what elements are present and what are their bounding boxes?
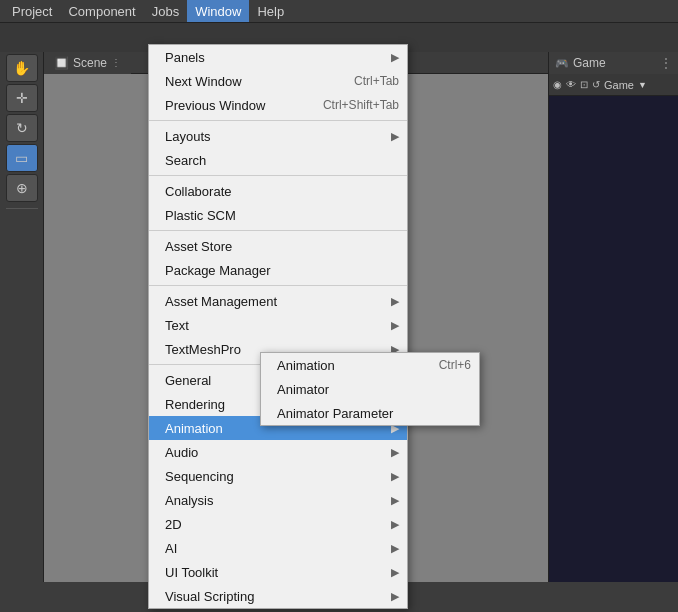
2d-arrow: ▶ (391, 518, 399, 531)
layouts-arrow: ▶ (391, 130, 399, 143)
menu-item-collaborate[interactable]: Collaborate (149, 179, 407, 203)
menu-item-ai[interactable]: AI ▶ (149, 536, 407, 560)
menu-item-asset-management[interactable]: Asset Management ▶ (149, 289, 407, 313)
text-arrow: ▶ (391, 319, 399, 332)
submenu-animator-label: Animator (277, 382, 329, 397)
menu-item-text[interactable]: Text ▶ (149, 313, 407, 337)
menu-item-next-window[interactable]: Next Window Ctrl+Tab (149, 69, 407, 93)
menu-jobs[interactable]: Jobs (144, 0, 187, 22)
search-label: Search (165, 153, 206, 168)
window-dropdown: Panels ▶ Next Window Ctrl+Tab Previous W… (148, 44, 408, 609)
sep-4 (149, 285, 407, 286)
text-label: Text (165, 318, 189, 333)
menu-item-search[interactable]: Search (149, 148, 407, 172)
menu-item-visual-scripting[interactable]: Visual Scripting ▶ (149, 584, 407, 608)
menu-window[interactable]: Window (187, 0, 249, 22)
sequencing-label: Sequencing (165, 469, 234, 484)
2d-label: 2D (165, 517, 182, 532)
audio-label: Audio (165, 445, 198, 460)
dropdown-overlay[interactable]: Panels ▶ Next Window Ctrl+Tab Previous W… (0, 22, 678, 612)
menu-item-asset-store[interactable]: Asset Store (149, 234, 407, 258)
package-manager-label: Package Manager (165, 263, 271, 278)
next-window-label: Next Window (165, 74, 242, 89)
animation-submenu: Animation Ctrl+6 Animator Animator Param… (260, 352, 480, 426)
asset-store-label: Asset Store (165, 239, 232, 254)
menu-item-analysis[interactable]: Analysis ▶ (149, 488, 407, 512)
analysis-label: Analysis (165, 493, 213, 508)
prev-window-label: Previous Window (165, 98, 265, 113)
ai-label: AI (165, 541, 177, 556)
menu-project[interactable]: Project (4, 0, 60, 22)
panels-arrow: ▶ (391, 51, 399, 64)
prev-window-shortcut: Ctrl+Shift+Tab (323, 98, 399, 112)
menu-item-audio[interactable]: Audio ▶ (149, 440, 407, 464)
visual-scripting-arrow: ▶ (391, 590, 399, 603)
menu-help[interactable]: Help (249, 0, 292, 22)
submenu-animation-shortcut: Ctrl+6 (439, 358, 471, 372)
plastic-scm-label: Plastic SCM (165, 208, 236, 223)
menu-item-ui-toolkit[interactable]: UI Toolkit ▶ (149, 560, 407, 584)
collaborate-label: Collaborate (165, 184, 232, 199)
submenu-animator[interactable]: Animator (261, 377, 479, 401)
sep-3 (149, 230, 407, 231)
asset-management-arrow: ▶ (391, 295, 399, 308)
menu-item-2d[interactable]: 2D ▶ (149, 512, 407, 536)
ui-toolkit-label: UI Toolkit (165, 565, 218, 580)
sequencing-arrow: ▶ (391, 470, 399, 483)
textmeshpro-label: TextMeshPro (165, 342, 241, 357)
submenu-animation[interactable]: Animation Ctrl+6 (261, 353, 479, 377)
menu-item-plastic-scm[interactable]: Plastic SCM (149, 203, 407, 227)
layouts-label: Layouts (165, 129, 211, 144)
visual-scripting-label: Visual Scripting (165, 589, 254, 604)
submenu-animation-label: Animation (277, 358, 335, 373)
submenu-animator-parameter[interactable]: Animator Parameter (261, 401, 479, 425)
analysis-arrow: ▶ (391, 494, 399, 507)
general-label: General (165, 373, 211, 388)
menu-component[interactable]: Component (60, 0, 143, 22)
next-window-shortcut: Ctrl+Tab (354, 74, 399, 88)
menu-item-prev-window[interactable]: Previous Window Ctrl+Shift+Tab (149, 93, 407, 117)
sep-2 (149, 175, 407, 176)
asset-management-label: Asset Management (165, 294, 277, 309)
menu-item-package-manager[interactable]: Package Manager (149, 258, 407, 282)
animation-label: Animation (165, 421, 223, 436)
menu-item-panels[interactable]: Panels ▶ (149, 45, 407, 69)
submenu-animator-parameter-label: Animator Parameter (277, 406, 393, 421)
ai-arrow: ▶ (391, 542, 399, 555)
menu-item-layouts[interactable]: Layouts ▶ (149, 124, 407, 148)
sep-1 (149, 120, 407, 121)
rendering-label: Rendering (165, 397, 225, 412)
audio-arrow: ▶ (391, 446, 399, 459)
menu-bar: Project Component Jobs Window Help (0, 0, 678, 22)
panels-label: Panels (165, 50, 205, 65)
menu-item-sequencing[interactable]: Sequencing ▶ (149, 464, 407, 488)
ui-toolkit-arrow: ▶ (391, 566, 399, 579)
